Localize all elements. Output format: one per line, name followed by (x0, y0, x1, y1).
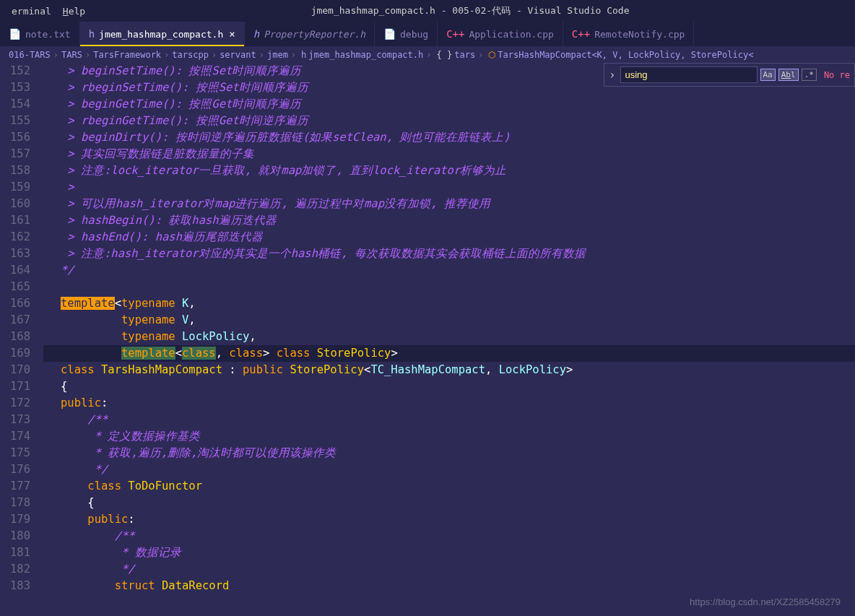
tab-5[interactable]: C++RemoteNotify.cpp (563, 22, 695, 46)
line-number: 179 (0, 511, 30, 528)
code-line[interactable]: > 其实回写数据链是脏数据量的子集 (43, 146, 855, 162)
code-line[interactable]: template<class, class> class StorePolicy… (43, 345, 855, 362)
line-number: 176 (0, 461, 30, 478)
tab-1[interactable]: hjmem_hashmap_compact.h× (80, 22, 245, 46)
code-line[interactable]: > beginDirty(): 按时间逆序遍历脏数据链(如果setClean, … (43, 129, 855, 146)
line-gutter: 1521531541551561571581591601611621631641… (0, 63, 43, 616)
find-case-sensitive-icon[interactable]: Aa (760, 69, 776, 81)
tab-label: Application.cpp (469, 29, 553, 40)
menu-help[interactable]: Help (57, 6, 91, 17)
breadcrumbs[interactable]: 016-TARS›TARS›TarsFramework›tarscpp›serv… (0, 47, 855, 63)
menu-terminal[interactable]: erminal (6, 6, 57, 17)
code-line[interactable]: /** (43, 528, 855, 545)
menubar: erminal Help jmem_hashmap_compact.h - 00… (0, 0, 855, 22)
window-title: jmem_hashmap_compact.h - 005-02-代码 - Vis… (91, 4, 849, 17)
line-number: 173 (0, 412, 30, 428)
close-icon[interactable]: × (229, 28, 235, 40)
code-line[interactable]: */ (43, 561, 855, 578)
file-icon: 📄 (9, 28, 21, 40)
code-line[interactable]: * 获取,遍历,删除,淘汰时都可以使用该操作类 (43, 445, 855, 461)
breadcrumb-item[interactable]: jmem_hashmap_compact.h (308, 50, 423, 60)
line-number: 166 (0, 295, 30, 312)
line-number: 153 (0, 79, 30, 96)
tab-2[interactable]: hPropertyReporter.h (245, 22, 375, 46)
code-line[interactable]: * 数据记录 (43, 545, 855, 561)
code-line[interactable]: { (43, 495, 855, 511)
line-number: 175 (0, 445, 30, 461)
chevron-right-icon: › (53, 50, 58, 60)
breadcrumb-item[interactable]: TarsHashMapCompact<K, V, LockPolicy, Sto… (498, 50, 753, 60)
code-line[interactable]: * 定义数据操作基类 (43, 428, 855, 445)
file-icon: h (253, 28, 259, 40)
code-line[interactable]: > 注意:hash_iterator对应的其实是一个hash桶链, 每次获取数据… (43, 246, 855, 262)
line-number: 160 (0, 196, 30, 212)
find-regex-icon[interactable]: .* (802, 69, 817, 81)
line-number: 171 (0, 378, 30, 395)
code-line[interactable]: > hashEnd(): hash遍历尾部迭代器 (43, 229, 855, 246)
class-icon: ⬡ (488, 50, 495, 60)
line-number: 167 (0, 312, 30, 329)
breadcrumb-item[interactable]: tarscpp (172, 50, 209, 60)
tab-4[interactable]: C++Application.cpp (438, 22, 563, 46)
line-number: 178 (0, 495, 30, 511)
tab-3[interactable]: 📄debug (375, 22, 438, 46)
tab-0[interactable]: 📄note.txt (0, 22, 80, 46)
find-whole-word-icon[interactable]: Abl (778, 69, 799, 81)
code-line[interactable]: public: (43, 511, 855, 528)
chevron-right-icon: › (291, 50, 296, 60)
file-icon: h (89, 28, 95, 40)
line-number: 182 (0, 561, 30, 578)
code-line[interactable]: > (43, 179, 855, 196)
chevron-right-icon: › (164, 50, 169, 60)
breadcrumb-item[interactable]: TarsFramework (93, 50, 161, 60)
code-line[interactable]: typename V, (43, 312, 855, 329)
line-number: 159 (0, 179, 30, 196)
code-area[interactable]: > beginSetTime(): 按照Set时间顺序遍历 > rbeginSe… (43, 63, 855, 616)
code-line[interactable]: struct DataRecord (43, 578, 855, 594)
find-expand-icon[interactable]: › (609, 69, 615, 82)
code-line[interactable]: > beginGetTime(): 按照Get时间顺序遍历 (43, 96, 855, 113)
line-number: 165 (0, 279, 30, 295)
find-result-text: No re (824, 70, 850, 80)
file-icon: C++ (572, 28, 590, 40)
code-line[interactable]: > 注意:lock_iterator一旦获取, 就对map加锁了, 直到lock… (43, 162, 855, 179)
line-number: 162 (0, 229, 30, 246)
breadcrumb-item[interactable]: 016-TARS (9, 50, 51, 60)
breadcrumb-item[interactable]: TARS (61, 50, 82, 60)
code-line[interactable]: > hashBegin(): 获取hash遍历迭代器 (43, 212, 855, 229)
code-line[interactable] (43, 279, 855, 295)
line-number: 156 (0, 129, 30, 146)
tab-label: RemoteNotify.cpp (594, 29, 685, 40)
line-number: 164 (0, 262, 30, 279)
code-line[interactable]: > 可以用hash_iterator对map进行遍历, 遍历过程中对map没有加… (43, 196, 855, 212)
code-line[interactable]: { (43, 378, 855, 395)
line-number: 180 (0, 528, 30, 545)
code-line[interactable]: /** (43, 412, 855, 428)
line-number: 174 (0, 428, 30, 445)
code-line[interactable]: */ (43, 461, 855, 478)
code-line[interactable]: class TarsHashMapCompact : public StoreP… (43, 362, 855, 378)
code-line[interactable]: class ToDoFunctor (43, 478, 855, 495)
file-icon: C++ (446, 28, 464, 40)
tabbar: 📄note.txthjmem_hashmap_compact.h×hProper… (0, 22, 855, 47)
breadcrumb-item[interactable]: tars (454, 50, 475, 60)
find-input[interactable] (620, 66, 758, 83)
code-line[interactable]: typename LockPolicy, (43, 329, 855, 345)
breadcrumb-item[interactable]: servant (220, 50, 256, 60)
breadcrumb-item[interactable]: jmem (267, 50, 288, 60)
tab-label: jmem_hashmap_compact.h (99, 29, 223, 40)
code-line[interactable]: */ (43, 262, 855, 279)
chevron-right-icon: › (426, 50, 431, 60)
line-number: 168 (0, 329, 30, 345)
code-line[interactable]: public: (43, 395, 855, 412)
code-line[interactable]: template<typename K, (43, 295, 855, 312)
chevron-right-icon: › (85, 50, 90, 60)
line-number: 154 (0, 96, 30, 113)
line-number: 183 (0, 578, 30, 594)
tab-label: debug (400, 29, 428, 40)
line-number: 152 (0, 63, 30, 79)
code-line[interactable]: > rbeginGetTime(): 按照Get时间逆序遍历 (43, 113, 855, 129)
file-icon: h (301, 50, 306, 60)
line-number: 169 (0, 345, 30, 362)
line-number: 157 (0, 146, 30, 162)
